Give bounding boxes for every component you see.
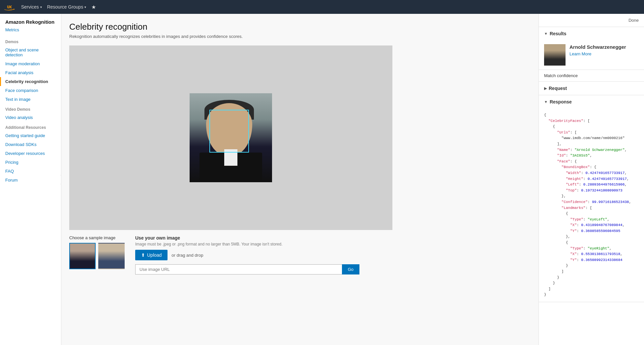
sidebar-app-title: Amazon Rekognition [0, 19, 61, 26]
upload-icon: ⬆ [141, 252, 145, 258]
url-go-button[interactable]: Go [342, 264, 359, 274]
result-card: Arnold Schwarzenegger Learn More [539, 40, 644, 70]
resource-groups-chevron: ▾ [84, 5, 86, 9]
upload-btn-label: Upload [147, 252, 162, 258]
sidebar-item-image-moderation[interactable]: Image moderation [0, 59, 61, 68]
celebrity-photo-inner [190, 93, 272, 182]
upload-button[interactable]: ⬆ Upload [135, 250, 168, 260]
resource-groups-label: Resource Groups [47, 4, 83, 10]
page-title: Celebrity recognition [69, 22, 531, 32]
sidebar-item-face-comparison[interactable]: Face comparison [0, 86, 61, 95]
learn-more-link[interactable]: Learn More [569, 51, 591, 56]
upload-controls: ⬆ Upload or drag and drop [135, 250, 392, 260]
request-section: ▶ Request [539, 82, 644, 95]
sidebar-toggle[interactable]: ‹ [60, 175, 61, 184]
celebrity-name: Arnold Schwarzenegger [569, 44, 639, 50]
url-row: Go [135, 264, 359, 274]
sidebar-item-facial-analysis[interactable]: Facial analysis [0, 68, 61, 77]
services-chevron: ▾ [40, 5, 42, 9]
sidebar-item-pricing[interactable]: Pricing [0, 158, 61, 167]
result-thumbnail [544, 44, 566, 66]
sidebar-item-developer-resources[interactable]: Developer resources [0, 149, 61, 158]
top-nav: Services ▾ Resource Groups ▾ ★ [0, 0, 644, 14]
upload-label: Use your own image [135, 235, 392, 241]
drag-drop-text: or drag and drop [171, 253, 203, 258]
page-subtitle: Rekognition automatically recognizes cel… [69, 34, 531, 39]
sidebar-demos-label: Demos [0, 36, 61, 45]
upload-hint: Image must be .jpeg or .png format and n… [135, 242, 392, 246]
bottom-controls: Choose a sample image Use your own image… [69, 235, 392, 274]
sidebar-video-demos-label: Video Demos [0, 104, 61, 113]
request-section-header[interactable]: ▶ Request [539, 82, 644, 95]
url-input[interactable] [135, 264, 342, 274]
request-chevron: ▶ [544, 86, 547, 91]
sidebar-item-download-sdks[interactable]: Download SDKs [0, 140, 61, 149]
response-label: Response [550, 99, 572, 104]
resource-groups-nav[interactable]: Resource Groups ▾ [47, 4, 86, 10]
sidebar-item-forum[interactable]: Forum [0, 176, 61, 185]
sample-images-section: Choose a sample image [69, 235, 125, 274]
results-section-label: Results [550, 31, 567, 36]
aws-logo[interactable] [4, 3, 16, 11]
sample-images-row [69, 243, 125, 269]
page-layout: Amazon Rekognition Metrics Demos Object … [0, 14, 644, 345]
sample-thumb-1[interactable] [69, 243, 96, 269]
sidebar: Amazon Rekognition Metrics Demos Object … [0, 14, 61, 345]
services-nav[interactable]: Services ▾ [21, 4, 42, 10]
sidebar-item-celebrity-recognition[interactable]: Celebrity recognition [0, 77, 61, 86]
favorites-star[interactable]: ★ [91, 4, 96, 10]
sidebar-item-text-in-image[interactable]: Text in image [0, 95, 61, 104]
sample-thumb-2[interactable] [98, 243, 125, 269]
main-content: Celebrity recognition Rekognition automa… [61, 14, 538, 345]
request-label: Request [549, 86, 567, 91]
sidebar-item-getting-started[interactable]: Getting started guide [0, 131, 61, 140]
sidebar-metrics-link[interactable]: Metrics [0, 26, 61, 36]
face-detection-box [209, 110, 249, 153]
upload-section: Use your own image Image must be .jpeg o… [135, 235, 392, 274]
sidebar-item-faq[interactable]: FAQ [0, 167, 61, 176]
panel-top-label: Done [539, 14, 644, 27]
services-label: Services [21, 4, 39, 10]
sidebar-item-video-analysis[interactable]: Video analysis [0, 113, 61, 122]
response-section-header[interactable]: ▼ Response [539, 95, 644, 108]
demo-image-area [69, 45, 392, 230]
sidebar-item-object-scene[interactable]: Object and scene detection [0, 45, 61, 59]
sample-images-label: Choose a sample image [69, 235, 125, 240]
response-section: ▼ Response { "CelebrityFaces": [ { "Urls… [539, 95, 644, 302]
sidebar-additional-label: Additional Resources [0, 122, 61, 131]
response-json: { "CelebrityFaces": [ { "Urls": [ "www.i… [539, 108, 644, 302]
results-section-header[interactable]: ▼ Results [539, 27, 644, 40]
celebrity-photo [190, 93, 272, 182]
results-chevron: ▼ [544, 32, 548, 36]
match-confidence-label: Match confidence [544, 73, 578, 78]
results-panel: Done ▼ Results Arnold Schwarzenegger Lea… [538, 14, 644, 345]
result-info: Arnold Schwarzenegger Learn More [569, 44, 639, 56]
response-chevron: ▼ [544, 100, 548, 104]
match-confidence-row: Match confidence [539, 70, 644, 82]
results-section: ▼ Results Arnold Schwarzenegger Learn Mo… [539, 27, 644, 70]
